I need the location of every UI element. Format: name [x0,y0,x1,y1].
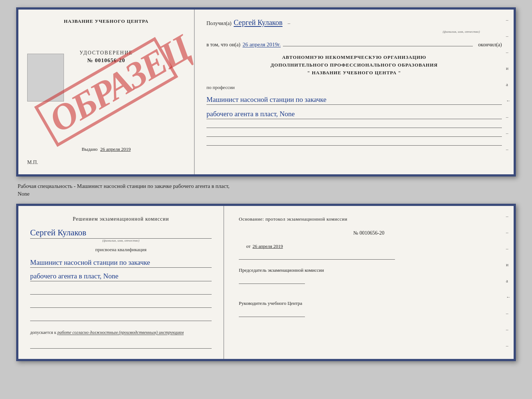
profession-line2: рабочего агента в пласт, None [206,110,502,119]
protocol-date: от 26 апреля 2019 [239,243,499,249]
description-line2: None [18,191,30,197]
fio-hint-top: (фамилия, имя, отчество) [443,30,480,33]
qualification-label: присвоена квалификация [30,247,212,253]
org-block: АВТОНОМНУЮ НЕКОММЕРЧЕСКУЮ ОРГАНИЗАЦИЮ ДО… [206,54,502,76]
komissia-title: Решением экзаменационной комиссии [30,216,212,222]
received-label: Получил(а) [206,21,231,26]
issued-label: Выдано [82,146,97,152]
cert-left: НАЗВАНИЕ УЧЕБНОГО ЦЕНТРА ОБРАЗЕЦ УДОСТОВ… [18,10,195,174]
qualification-line1: Машинист насосной станции по закачке [30,259,212,268]
cert-mp: М.П. [27,160,38,165]
org-line3: " НАЗВАНИЕ УЧЕБНОГО ЦЕНТРА " [206,69,502,77]
org-line2: ДОПОЛНИТЕЛЬНОГО ПРОФЕССИОНАЛЬНОГО ОБРАЗО… [206,61,502,69]
profession-label: по профессии [206,85,502,90]
cert-number: № 0010656-20 [79,57,133,64]
received-row: Получил(а) Сергей Кулаков – [206,18,502,27]
training-center-name-top: НАЗВАНИЕ УЧЕБНОГО ЦЕНТРА [64,18,149,24]
cert-title-block: УДОСТОВЕРЕНИЕ № 0010656-20 [79,50,133,64]
issued-date: 26 апреля 2019 [100,146,131,152]
right-margin-dashes: – – – и а ← – – – [506,17,511,152]
bot-right: Основание: протокол экзаменационной коми… [224,206,514,359]
name-block-bot: Сергей Кулаков (фамилия, имя, отчество) [30,228,212,242]
blank-line-1 [30,287,212,295]
chairman-line [239,277,305,284]
protocol-date-value: 26 апреля 2019 [252,243,283,249]
description-line1: Рабочая специальность - Машинист насосно… [18,183,230,189]
director-label: Руководитель учебного Центра [239,300,499,307]
dopuskaetsya-block: допускается к работе согласно должностны… [30,330,212,335]
chairman-block: Председатель экзаменационной комиссии [239,267,499,284]
finished-label: окончил(а) [478,42,502,48]
profession-line1: Машинист насосной станции по закачке [206,96,502,105]
qualification-line2: рабочего агента в пласт, None [30,272,212,281]
date-value: 26 апреля 2019г. [242,42,281,48]
protocol-number: № 0010656-20 [239,230,499,236]
bot-left: Решением экзаменационной комиссии Сергей… [18,206,224,359]
certificate-bottom: Решением экзаменационной комиссии Сергей… [16,204,516,361]
received-name: Сергей Кулаков [234,18,283,27]
blank-line-2 [30,300,212,308]
director-block: Руководитель учебного Центра [239,300,499,317]
cert-photo [27,54,64,101]
osnowanie-text: Основание: протокол экзаменационной коми… [239,216,499,222]
chairman-label: Председатель экзаменационной комиссии [239,267,499,274]
bot-fio-hint: (фамилия, имя, отчество) [30,239,212,242]
description-block: Рабочая специальность - Машинист насосно… [16,182,516,198]
bot-name: Сергей Кулаков [30,228,212,239]
org-line1: АВТОНОМНУЮ НЕКОММЕРЧЕСКУЮ ОРГАНИЗАЦИЮ [206,54,502,61]
allowed-text: работе согласно должностным (производств… [57,330,184,335]
cert-right: Получил(а) Сергей Кулаков – (фамилия, им… [195,10,514,174]
blank-line-3 [30,314,212,321]
certificate-top: НАЗВАНИЕ УЧЕБНОГО ЦЕНТРА ОБРАЗЕЦ УДОСТОВ… [16,7,516,177]
cert-issued: Выдано 26 апреля 2019 [82,146,130,152]
blank-line-4 [30,341,212,349]
cert-title: УДОСТОВЕРЕНИЕ [79,50,133,56]
protocol-date-prefix: от [246,243,251,249]
allowed-label: допускается к [30,330,56,335]
director-line [239,310,305,317]
finished-row: в том, что он(а) 26 апреля 2019г. окончи… [206,42,502,48]
in-that-label: в том, что он(а) [206,42,240,48]
bot-right-margin-dashes: – – – и а ← – – – [506,213,511,349]
